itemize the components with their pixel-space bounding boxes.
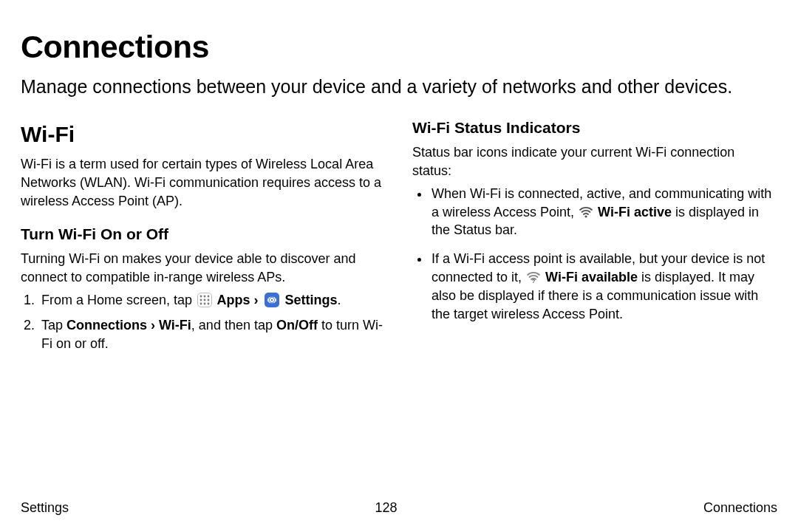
step1-post: . bbox=[337, 293, 341, 307]
step1-apps-label: Apps bbox=[214, 293, 250, 307]
step1-pre: From a Home screen, tap bbox=[41, 293, 196, 307]
wifi-heading: Wi-Fi bbox=[21, 119, 386, 149]
svg-point-5 bbox=[208, 299, 210, 301]
wifi-intro: Wi-Fi is a term used for certain types o… bbox=[21, 155, 386, 210]
footer-left: Settings bbox=[21, 499, 69, 517]
step2-onoff: On/Off bbox=[276, 318, 318, 332]
turn-wifi-steps: From a Home screen, tap Apps › Settings.… bbox=[21, 291, 386, 353]
page-footer: Settings 128 Connections bbox=[21, 499, 777, 517]
bullet-wifi-active: When Wi-Fi is connected, active, and com… bbox=[430, 185, 777, 239]
wifi-active-icon bbox=[579, 205, 593, 219]
content-columns: Wi-Fi Wi-Fi is a term used for certain t… bbox=[21, 117, 777, 361]
wifi-available-icon: ? bbox=[526, 270, 541, 284]
settings-icon bbox=[265, 293, 279, 307]
footer-right: Connections bbox=[703, 499, 777, 517]
svg-point-7 bbox=[204, 302, 206, 304]
step1-sep: › bbox=[250, 293, 262, 307]
page-intro: Manage connections between your device a… bbox=[21, 75, 777, 100]
svg-point-2 bbox=[208, 295, 210, 297]
step-2: Tap Connections › Wi-Fi, and then tap On… bbox=[38, 316, 386, 353]
step-1: From a Home screen, tap Apps › Settings. bbox=[38, 291, 386, 310]
status-indicators-intro: Status bar icons indicate your current W… bbox=[412, 143, 777, 180]
svg-point-6 bbox=[200, 302, 202, 304]
left-column: Wi-Fi Wi-Fi is a term used for certain t… bbox=[21, 117, 386, 361]
svg-point-4 bbox=[204, 299, 206, 301]
status-indicators-heading: Wi-Fi Status Indicators bbox=[412, 117, 777, 139]
svg-point-8 bbox=[208, 302, 210, 304]
footer-page-number: 128 bbox=[375, 499, 397, 517]
step2-pre: Tap bbox=[41, 318, 66, 332]
svg-text:?: ? bbox=[532, 278, 536, 284]
svg-point-1 bbox=[204, 295, 206, 297]
bullet-wifi-available: If a Wi-Fi access point is available, bu… bbox=[430, 250, 777, 323]
status-bullets: When Wi-Fi is connected, active, and com… bbox=[412, 185, 777, 324]
turn-wifi-heading: Turn Wi-Fi On or Off bbox=[21, 224, 386, 245]
apps-icon bbox=[197, 293, 212, 307]
right-column: Wi-Fi Status Indicators Status bar icons… bbox=[412, 117, 777, 361]
step1-settings-label: Settings bbox=[281, 293, 337, 307]
svg-point-3 bbox=[200, 299, 202, 301]
step2-mid: , and then tap bbox=[191, 318, 276, 332]
svg-point-0 bbox=[200, 295, 202, 297]
b2-label: Wi-Fi available bbox=[542, 270, 638, 284]
b1-label: Wi-Fi active bbox=[594, 205, 672, 219]
turn-wifi-intro: Turning Wi-Fi on makes your device able … bbox=[21, 250, 386, 287]
svg-point-9 bbox=[584, 215, 587, 217]
page-title: Connections bbox=[21, 25, 777, 69]
step2-path: Connections › Wi-Fi bbox=[66, 318, 191, 332]
